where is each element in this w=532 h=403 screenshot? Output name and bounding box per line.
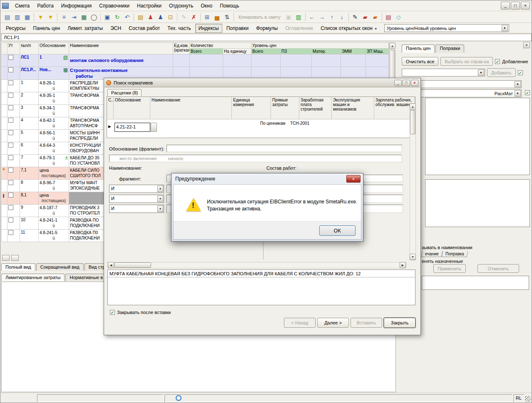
dialog-maximize-button[interactable]: □	[403, 80, 410, 86]
row-checkbox[interactable]	[8, 93, 13, 98]
raskhmat-checkbox[interactable]: ✓	[525, 90, 530, 95]
tab-correction[interactable]: Поправка	[441, 251, 468, 257]
justification-fragment-field[interactable]	[167, 145, 402, 152]
tab-состав-работ[interactable]: Состав работ	[125, 24, 163, 33]
table-row[interactable]: ЛС1▧1монтаж силового оборудования	[2, 54, 389, 67]
tab-limited-costs[interactable]: Лимитированные затраты	[1, 274, 65, 281]
tab-price-panel[interactable]: Панель цен	[402, 45, 435, 53]
warning-close-button[interactable]: ×	[346, 175, 360, 183]
close-button[interactable]: ×	[521, 2, 530, 10]
ok-button[interactable]: OK	[319, 225, 355, 236]
col-qty-per-unit[interactable]: На единицу	[223, 49, 251, 54]
rcol-s[interactable]: С..	[107, 97, 114, 119]
move-up-icon[interactable]: ↑	[327, 12, 337, 22]
sheet-nav-button[interactable]	[11, 255, 19, 261]
dialog-vertical-scrollbar[interactable]: ▲ ▼	[410, 103, 416, 260]
resize-grip[interactable]	[525, 396, 531, 402]
dialog-close-button[interactable]: ×	[411, 80, 418, 86]
tab-normative[interactable]: Нормативные в	[65, 274, 107, 281]
tab-rates[interactable]: Расценки (8)	[107, 89, 142, 96]
scroll-down-icon[interactable]: ▼	[410, 254, 416, 260]
tree-level-icon[interactable]: ≡	[59, 12, 69, 22]
scrollbar-thumb[interactable]	[410, 110, 415, 134]
row-checkbox[interactable]	[8, 130, 13, 135]
col-price-level[interactable]: Уровень цен	[251, 43, 389, 49]
filter-setup-icon[interactable]: ▼	[46, 12, 55, 22]
insert-button[interactable]: Вставить	[351, 318, 382, 328]
excel-export-icon[interactable]: ▦	[79, 12, 89, 22]
row-checkbox[interactable]	[8, 80, 13, 85]
next-button[interactable]: Далее >	[317, 318, 349, 328]
back-button[interactable]: < Назад	[284, 318, 316, 328]
menu-item[interactable]: Настройки	[133, 1, 165, 10]
save-icon[interactable]: ▣	[102, 12, 112, 22]
pick-from-reference-button[interactable]: Выбрать из справ-ка	[440, 57, 493, 66]
cancel-button[interactable]: Отменить	[477, 264, 519, 273]
estimate-new-icon[interactable]: ▤	[2, 12, 12, 22]
add-checkbox[interactable]: ✓	[518, 70, 523, 75]
undo-icon[interactable]: ↶	[122, 12, 132, 22]
col-qty-total[interactable]: Всего	[190, 49, 223, 54]
resource-icon[interactable]: ♟	[156, 12, 165, 22]
notebook-icon[interactable]: ▥	[294, 12, 303, 22]
col-name[interactable]: Наименование	[69, 43, 173, 54]
restore-button[interactable]: □	[511, 2, 520, 10]
sort-icon[interactable]: ⇅	[222, 12, 232, 22]
rcol-machines[interactable]: Эксплуатация машин и механизмов	[332, 97, 374, 119]
clear-all-button[interactable]: Очистить все	[402, 57, 438, 66]
rcol-name[interactable]: Наименование	[150, 97, 232, 119]
chevron-down-icon[interactable]: ▼	[515, 90, 521, 96]
scroll-up-icon[interactable]: ▲	[410, 104, 416, 110]
menu-item[interactable]: Помощь	[216, 1, 243, 10]
tab-full-view[interactable]: Полный вид	[1, 263, 35, 271]
tab-панель-цен[interactable]: Панель цен	[30, 24, 63, 33]
add-resource-icon[interactable]: ♟	[146, 12, 155, 22]
row-checkbox[interactable]	[8, 118, 13, 123]
search-icon[interactable]: ◯	[89, 12, 99, 22]
edit-icon[interactable]: ✎	[179, 12, 189, 22]
menu-item[interactable]: Окно	[197, 1, 216, 10]
values-listbox[interactable]	[425, 179, 530, 227]
col-pl-mater[interactable]: Матер.	[312, 49, 341, 54]
chevron-down-icon[interactable]: ▼	[157, 185, 163, 192]
chart-icon[interactable]: ▅	[212, 12, 222, 22]
menu-item[interactable]: Смета	[11, 1, 33, 10]
layers-icon[interactable]: ◇	[394, 12, 403, 22]
move-down-icon[interactable]: ↓	[337, 12, 347, 22]
row-checkbox[interactable]	[8, 105, 13, 110]
chevron-down-icon[interactable]: ▼	[515, 81, 521, 87]
place-field[interactable]: место включения: начало	[109, 155, 402, 162]
warning-titlebar[interactable]: Предупреждение	[172, 173, 363, 184]
minimize-button[interactable]: _	[501, 2, 510, 10]
scroll-right-icon[interactable]: ▶	[400, 262, 406, 268]
row-checkbox[interactable]	[8, 218, 13, 223]
filter-icon[interactable]: ▼	[36, 12, 45, 22]
close-after-insert-checkbox[interactable]: ✓	[110, 310, 115, 315]
col-pl-zpmash[interactable]: ЗП Маш.	[366, 49, 389, 54]
pen-icon[interactable]: ✎	[351, 12, 360, 22]
indent-left-icon[interactable]: ←	[307, 12, 317, 22]
menu-item[interactable]: Отдохнуть	[165, 1, 197, 10]
chevron-down-icon[interactable]: ▼	[478, 69, 484, 76]
keyboard-layout-indicator[interactable]: RL	[513, 394, 525, 402]
tab-лимит-затраты[interactable]: Лимит. затраты	[64, 24, 106, 33]
tab-оглавление[interactable]: Оглавление	[282, 24, 316, 33]
estimate-open-icon[interactable]: ▥	[12, 12, 22, 22]
refresh-icon[interactable]: ↻	[112, 12, 122, 22]
structure-icon[interactable]: ⊞	[202, 12, 212, 22]
corrections-listbox[interactable]	[425, 98, 530, 175]
correction-combobox[interactable]: ▼	[402, 69, 485, 77]
dialog-horizontal-scrollbar[interactable]: ◀ ▶	[107, 262, 406, 268]
and-combobox-2[interactable]: И▼	[109, 195, 164, 203]
dialog-minimize-button[interactable]: _	[394, 80, 402, 86]
rcol-unit[interactable]: Единица измерения	[232, 97, 271, 119]
export-doc-icon[interactable]: ▤	[136, 12, 145, 22]
tab-формулы[interactable]: Формулы	[253, 24, 281, 33]
delete-icon[interactable]: ✗	[189, 12, 199, 22]
books-icon[interactable]: ▤	[384, 12, 393, 22]
and-combobox-1[interactable]: И▼	[109, 185, 164, 193]
note-box[interactable]	[422, 276, 529, 290]
col-quantity[interactable]: Количество	[190, 43, 251, 49]
tree-shift-icon[interactable]: ⇥	[69, 12, 79, 22]
tab-note[interactable]: ечание	[421, 251, 443, 257]
